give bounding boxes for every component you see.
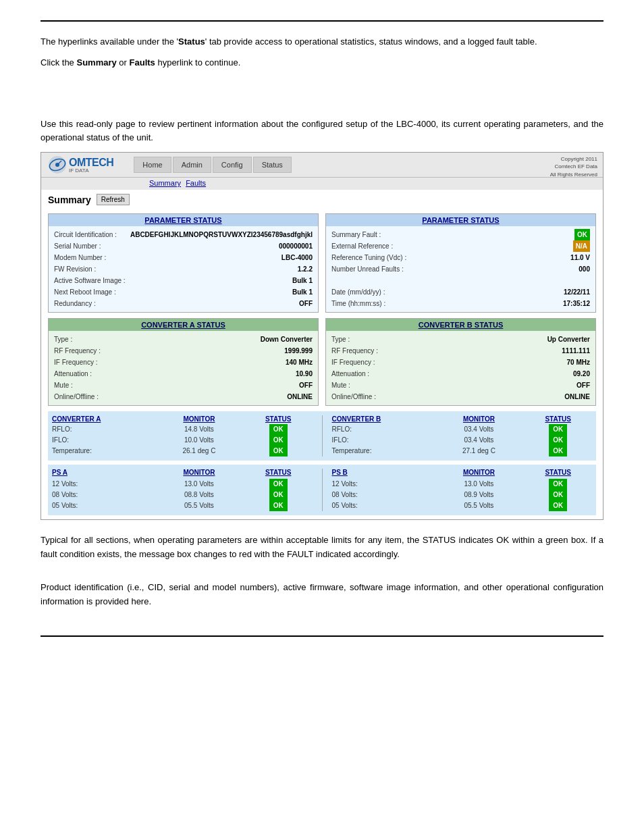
- monitor-section: CONVERTER A MONITOR STATUS RFLO: 14.8 Vo…: [48, 411, 596, 461]
- summary-sub-link[interactable]: Summary: [149, 179, 181, 187]
- status-content: PARAMETER STATUS Circuit Identification …: [41, 209, 603, 519]
- param-fw: FW Revision : 1.2.2: [54, 263, 313, 275]
- click-instruction: Click the Summary or Faults hyperlink to…: [41, 56, 603, 70]
- param-time: Time (hh:mm:ss) : 17:35:12: [331, 298, 590, 309]
- bottom-rule: [41, 635, 603, 637]
- param-header-left: PARAMETER STATUS: [49, 214, 318, 226]
- conv-a-rflo-status: OK: [269, 424, 288, 435]
- logo-sub-text: IF DATA: [69, 167, 113, 174]
- ps-a-08v-row: 08 Volts: 08.8 Volts OK: [52, 490, 313, 500]
- monitor-table-row: CONVERTER A MONITOR STATUS RFLO: 14.8 Vo…: [52, 415, 592, 457]
- param-unread-faults: Number Unread Faults : 000: [331, 263, 590, 275]
- refresh-button[interactable]: Refresh: [97, 194, 130, 205]
- param-serial: Serial Number : 000000001: [54, 240, 313, 252]
- intro-section: The hyperlinks available under the 'Stat…: [0, 22, 644, 84]
- faults-sub-link[interactable]: Faults: [186, 179, 206, 187]
- param-box-right: PARAMETER STATUS Summary Fault : OK Exte…: [325, 213, 596, 313]
- param-box-left: PARAMETER STATUS Circuit Identification …: [48, 213, 319, 313]
- comtech-logo-icon: [48, 155, 67, 174]
- ps-b-08v-status: OK: [549, 490, 567, 500]
- param-redundancy: Redundancy : OFF: [54, 298, 313, 309]
- ps-b-monitor-col: MONITOR: [437, 469, 522, 476]
- conv-b-rflo-status: OK: [549, 424, 567, 435]
- param-next-reboot: Next Reboot Image : Bulk 1: [54, 286, 313, 298]
- summary-section: Use this read-only page to review pertin…: [0, 104, 644, 623]
- summary-page-title: Summary: [48, 194, 91, 205]
- conv-b-temp-row: Temperature: 27.1 deg C OK: [332, 446, 593, 457]
- product-id-note-text: Product identification (i.e., CID, seria…: [41, 581, 603, 609]
- conv-a-iflo-row: IFLO: 10.0 Volts OK: [52, 435, 313, 446]
- ps-b-05v-row: 05 Volts: 05.5 Volts OK: [332, 500, 593, 511]
- ext-ref-status: N/A: [573, 240, 590, 252]
- ps-a-monitor-col: MONITOR: [157, 469, 242, 476]
- web-ui-frame: OMTECH IF DATA Home Admin Config Status …: [41, 152, 603, 520]
- status-tab-description: The hyperlinks available under the 'Stat…: [41, 35, 603, 49]
- ps-b-05v-status: OK: [549, 500, 567, 511]
- conv-b-iflo-row: IFLO: 03.4 Volts OK: [332, 435, 593, 446]
- conv-b-temp-status: OK: [549, 446, 567, 457]
- nav-bar: OMTECH IF DATA Home Admin Config Status …: [41, 153, 603, 178]
- copyright-text: Copyright 2011 Comtech EF Data All Right…: [550, 155, 597, 178]
- ps-b-12v-status: OK: [549, 479, 567, 490]
- ps-a-status-col: STATUS: [244, 469, 313, 476]
- sub-nav: Summary Faults: [41, 178, 603, 190]
- converter-a-monitor: CONVERTER A MONITOR STATUS RFLO: 14.8 Vo…: [52, 415, 313, 457]
- param-date: Date (mm/dd/yy) : 12/22/11: [331, 286, 590, 298]
- ps-a-05v-row: 05 Volts: 05.5 Volts OK: [52, 500, 313, 511]
- monitor-divider: [322, 415, 323, 457]
- conv-b-rflo-row: RFLO: 03.4 Volts OK: [332, 424, 593, 435]
- converter-b-monitor: CONVERTER B MONITOR STATUS RFLO: 03.4 Vo…: [332, 415, 593, 457]
- ps-a-title: PS A: [52, 469, 154, 476]
- ps-b-title: PS B: [332, 469, 434, 476]
- ps-table-row: PS A MONITOR STATUS 12 Volts: 13.0 Volts…: [52, 469, 592, 511]
- logo-text-group: OMTECH IF DATA: [69, 157, 113, 174]
- conv-a-temp-row: Temperature: 26.1 deg C OK: [52, 446, 313, 457]
- ps-a-05v-status: OK: [269, 500, 288, 511]
- config-nav-link[interactable]: Config: [213, 157, 252, 173]
- summary-description: Use this read-only page to review pertin…: [41, 118, 603, 146]
- param-header-right: PARAMETER STATUS: [326, 214, 595, 226]
- logo-area: OMTECH IF DATA: [41, 153, 120, 177]
- conv-b-monitor-col: MONITOR: [437, 415, 522, 423]
- page-container: The hyperlinks available under the 'Stat…: [0, 20, 644, 637]
- param-modem: Modem Number : LBC-4000: [54, 252, 313, 263]
- param-summary-fault: Summary Fault : OK: [331, 229, 590, 240]
- converter-b-header: CONVERTER B STATUS: [326, 319, 595, 331]
- home-nav-link[interactable]: Home: [134, 157, 171, 173]
- param-content-right: Summary Fault : OK External Reference : …: [326, 226, 595, 312]
- conv-b-status-col: STATUS: [524, 415, 592, 423]
- converter-status-row: CONVERTER A STATUS Type :Down Converter …: [48, 318, 596, 406]
- summary-fault-status: OK: [574, 229, 590, 240]
- converter-a-content: Type :Down Converter RF Frequency :1999.…: [49, 331, 318, 405]
- param-spacer: [331, 275, 590, 286]
- status-nav-link[interactable]: Status: [253, 157, 292, 173]
- ps-b-12v-row: 12 Volts: 13.0 Volts OK: [332, 479, 593, 490]
- conv-a-rflo-row: RFLO: 14.8 Volts OK: [52, 424, 313, 435]
- param-active-sw: Active Software Image : Bulk 1: [54, 275, 313, 286]
- param-ref-tuning: Reference Tuning (Vdc) : 11.0 V: [331, 252, 590, 263]
- converter-b-box: CONVERTER B STATUS Type :Up Converter RF…: [325, 318, 596, 406]
- admin-nav-link[interactable]: Admin: [173, 157, 211, 173]
- ps-b-status-col: STATUS: [524, 469, 592, 476]
- ps-a-12v-row: 12 Volts: 13.0 Volts OK: [52, 479, 313, 490]
- summary-header: Summary Refresh: [41, 190, 603, 209]
- parameter-status-row: PARAMETER STATUS Circuit Identification …: [48, 213, 596, 313]
- conv-b-iflo-status: OK: [549, 435, 567, 446]
- ps-a-monitor: PS A MONITOR STATUS 12 Volts: 13.0 Volts…: [52, 469, 313, 511]
- logo-main-text: OMTECH: [69, 157, 113, 168]
- conv-b-title: CONVERTER B: [332, 415, 434, 423]
- conv-a-status-col: STATUS: [244, 415, 313, 423]
- nav-links: Home Admin Config Status: [134, 153, 292, 177]
- ps-section: PS A MONITOR STATUS 12 Volts: 13.0 Volts…: [48, 465, 596, 515]
- conv-a-iflo-status: OK: [269, 435, 288, 446]
- param-content-left: Circuit Identification : ABCDEFGHIJKLMNO…: [49, 226, 318, 312]
- param-circuit-id: Circuit Identification : ABCDEFGHIJKLMNO…: [54, 229, 313, 240]
- conv-a-temp-status: OK: [269, 446, 288, 457]
- ps-a-12v-status: OK: [269, 479, 288, 490]
- ps-b-monitor: PS B MONITOR STATUS 12 Volts: 13.0 Volts…: [332, 469, 593, 511]
- conv-a-title: CONVERTER A: [52, 415, 154, 423]
- converter-a-box: CONVERTER A STATUS Type :Down Converter …: [48, 318, 319, 406]
- param-ext-ref: External Reference : N/A: [331, 240, 590, 252]
- converter-b-content: Type :Up Converter RF Frequency :1111.11…: [326, 331, 595, 405]
- ps-a-08v-status: OK: [269, 490, 288, 500]
